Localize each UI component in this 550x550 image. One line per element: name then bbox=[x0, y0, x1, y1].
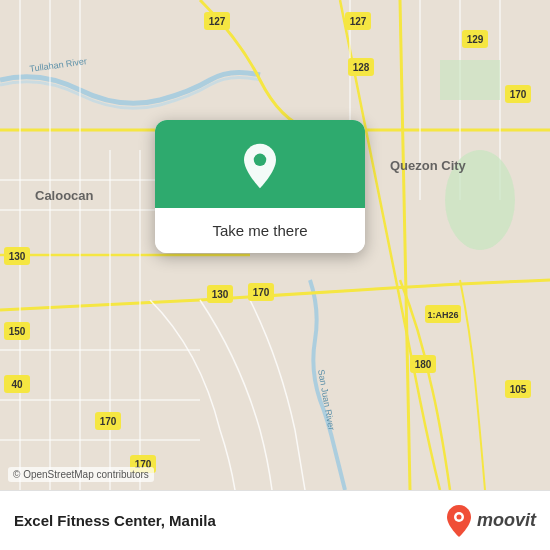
svg-text:105: 105 bbox=[510, 384, 527, 395]
svg-text:128: 128 bbox=[353, 62, 370, 73]
svg-text:127: 127 bbox=[209, 16, 226, 27]
svg-text:130: 130 bbox=[212, 289, 229, 300]
svg-text:127: 127 bbox=[350, 16, 367, 27]
svg-text:Caloocan: Caloocan bbox=[35, 188, 94, 203]
moovit-pin-icon bbox=[445, 504, 473, 538]
svg-point-56 bbox=[456, 514, 461, 519]
location-name: Excel Fitness Center, Manila bbox=[14, 512, 216, 529]
popup-card: Take me there bbox=[155, 120, 365, 253]
map-attribution: © OpenStreetMap contributors bbox=[8, 467, 154, 482]
svg-rect-19 bbox=[440, 60, 500, 100]
svg-text:129: 129 bbox=[467, 34, 484, 45]
svg-text:1:AH26: 1:AH26 bbox=[427, 310, 458, 320]
svg-text:130: 130 bbox=[9, 251, 26, 262]
svg-text:170: 170 bbox=[100, 416, 117, 427]
bottom-left: Excel Fitness Center, Manila bbox=[14, 512, 216, 529]
svg-text:40: 40 bbox=[11, 379, 23, 390]
take-me-there-button[interactable]: Take me there bbox=[155, 208, 365, 253]
svg-text:180: 180 bbox=[415, 359, 432, 370]
location-pin-icon bbox=[236, 142, 284, 190]
bottom-bar: Excel Fitness Center, Manila moovit bbox=[0, 490, 550, 550]
svg-point-54 bbox=[254, 154, 266, 166]
moovit-logo: moovit bbox=[445, 504, 536, 538]
svg-text:Quezon City: Quezon City bbox=[390, 158, 467, 173]
svg-text:170: 170 bbox=[253, 287, 270, 298]
svg-text:170: 170 bbox=[510, 89, 527, 100]
moovit-text: moovit bbox=[477, 510, 536, 531]
popup-green-area bbox=[155, 120, 365, 208]
svg-text:150: 150 bbox=[9, 326, 26, 337]
map-container: 127 127 128 129 170 130 130 170 150 170 … bbox=[0, 0, 550, 490]
